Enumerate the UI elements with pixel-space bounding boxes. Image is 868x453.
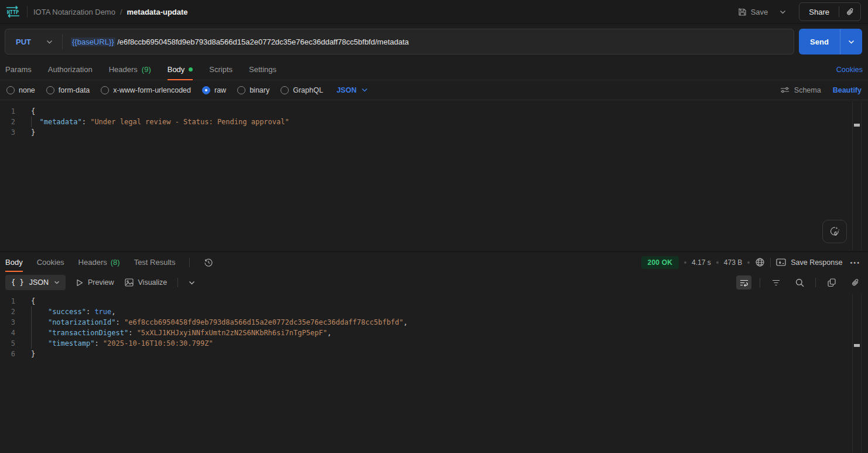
tab-settings[interactable]: Settings bbox=[249, 59, 276, 80]
mode-binary[interactable]: binary bbox=[237, 86, 269, 94]
beautify-button[interactable]: Beautify bbox=[833, 86, 862, 94]
tab-scripts[interactable]: Scripts bbox=[209, 59, 233, 80]
code-line: 3 "notarizationId": "e6f8ccb6950458fd9eb… bbox=[0, 317, 868, 328]
mode-graphql-label: GraphQL bbox=[293, 86, 323, 94]
url-path-text: /e6f8ccb6950458fd9eb793d8a566d15a2e0772d… bbox=[117, 38, 409, 46]
line-number: 2 bbox=[0, 117, 22, 127]
send-button[interactable]: Send bbox=[799, 29, 840, 55]
breadcrumb-collection[interactable]: IOTA Notarization Demo bbox=[33, 8, 115, 16]
code-line: 2 "success": true, bbox=[0, 306, 868, 317]
mode-form-data-label: form-data bbox=[59, 86, 90, 94]
response-tab-headers-count: (8) bbox=[111, 258, 120, 267]
line-number: 1 bbox=[0, 106, 22, 117]
response-time[interactable]: 4.17 s bbox=[692, 258, 711, 267]
radio-graphql[interactable] bbox=[281, 86, 289, 94]
line-number: 6 bbox=[0, 349, 22, 359]
history-icon[interactable] bbox=[204, 252, 213, 273]
request-editor-scroll-thumb[interactable] bbox=[854, 124, 860, 127]
response-size[interactable]: 473 B bbox=[724, 258, 742, 267]
copy-icon[interactable] bbox=[824, 275, 839, 289]
response-tab-cookies[interactable]: Cookies bbox=[37, 252, 64, 273]
raw-language-selector[interactable]: JSON bbox=[337, 86, 368, 94]
code-line: 3} bbox=[0, 127, 868, 138]
indent-guide bbox=[31, 117, 32, 127]
share-button[interactable]: Share bbox=[799, 3, 839, 21]
topbar-actions: Save Share bbox=[733, 2, 861, 21]
image-icon bbox=[125, 278, 134, 287]
meta-separator-dot bbox=[747, 261, 750, 264]
network-globe-icon[interactable] bbox=[755, 257, 765, 267]
schema-button[interactable]: Schema bbox=[780, 86, 821, 94]
postbot-sparkle-icon bbox=[829, 226, 840, 237]
url-variable-chip[interactable]: {{baseURL}} bbox=[71, 38, 115, 46]
save-response-button[interactable]: Save Response bbox=[776, 258, 842, 267]
more-options-icon[interactable]: ••• bbox=[848, 259, 863, 266]
response-toolbar-right bbox=[736, 275, 863, 289]
response-tab-test-results[interactable]: Test Results bbox=[134, 252, 176, 273]
wrap-text-icon[interactable] bbox=[736, 275, 751, 289]
request-url-row: PUT {{baseURL}} /e6f8ccb6950458fd9eb793d… bbox=[0, 24, 868, 59]
response-editor-scrollbar[interactable] bbox=[852, 294, 862, 452]
request-body-code[interactable]: 1{2 "metadata": "Under legal review - St… bbox=[0, 106, 868, 138]
save-response-label: Save Response bbox=[791, 258, 842, 267]
radio-urlencoded[interactable] bbox=[101, 86, 109, 94]
postbot-button[interactable] bbox=[822, 220, 847, 243]
toolbar-divider bbox=[760, 278, 760, 287]
breadcrumb-request-name[interactable]: metadata-update bbox=[127, 8, 188, 16]
save-options-caret[interactable] bbox=[776, 6, 790, 18]
meta-separator-dot bbox=[716, 261, 719, 264]
code-line: 1{ bbox=[0, 296, 868, 306]
send-button-group: Send bbox=[799, 29, 862, 55]
mode-none[interactable]: none bbox=[6, 86, 35, 94]
link-icon[interactable] bbox=[848, 275, 863, 289]
top-bar: HTTP IOTA Notarization Demo / metadata-u… bbox=[0, 0, 868, 24]
radio-binary[interactable] bbox=[237, 86, 245, 94]
filter-icon[interactable] bbox=[768, 275, 784, 289]
response-body-code[interactable]: 1{2 "success": true,3 "notarizationId": … bbox=[0, 296, 868, 359]
preview-button[interactable]: Preview bbox=[76, 278, 114, 287]
response-meta: 200 OK 4.17 s 473 B Save Resp bbox=[641, 252, 863, 273]
method-selector[interactable]: PUT bbox=[5, 38, 62, 46]
mode-urlencoded-label: x-www-form-urlencoded bbox=[113, 86, 191, 94]
mode-form-data[interactable]: form-data bbox=[46, 86, 90, 94]
cookies-link[interactable]: Cookies bbox=[836, 59, 863, 80]
code-line: 1{ bbox=[0, 106, 868, 117]
visualize-button[interactable]: Visualize bbox=[125, 278, 168, 287]
search-icon[interactable] bbox=[792, 275, 807, 289]
response-view-caret[interactable] bbox=[189, 281, 195, 285]
send-options-caret[interactable] bbox=[840, 29, 862, 55]
response-editor-scroll-thumb[interactable] bbox=[854, 344, 860, 347]
save-label: Save bbox=[751, 8, 768, 16]
copy-link-button[interactable] bbox=[839, 3, 860, 21]
http-request-icon: HTTP bbox=[5, 5, 21, 19]
response-tab-cookies-label: Cookies bbox=[37, 258, 64, 267]
url-input[interactable]: {{baseURL}} /e6f8ccb6950458fd9eb793d8a56… bbox=[63, 38, 409, 46]
response-body-editor[interactable]: 1{2 "success": true,3 "notarizationId": … bbox=[0, 292, 868, 453]
line-number: 3 bbox=[0, 317, 22, 328]
save-button[interactable]: Save bbox=[733, 4, 773, 20]
response-format-selector[interactable]: { } JSON bbox=[5, 275, 66, 290]
radio-none[interactable] bbox=[6, 86, 15, 94]
tab-authorization[interactable]: Authorization bbox=[48, 59, 93, 80]
request-body-editor[interactable]: 1{2 "metadata": "Under legal review - St… bbox=[0, 100, 868, 251]
preview-label: Preview bbox=[88, 278, 114, 287]
mode-urlencoded[interactable]: x-www-form-urlencoded bbox=[101, 86, 191, 94]
indent-guide bbox=[31, 328, 32, 338]
tab-params[interactable]: Params bbox=[5, 59, 32, 80]
sliders-icon bbox=[780, 86, 790, 94]
tab-body[interactable]: Body bbox=[168, 59, 193, 80]
request-tabs: Params Authorization Headers (9) Body Sc… bbox=[0, 59, 868, 80]
breadcrumb-separator: / bbox=[120, 8, 122, 16]
code-line: 2 "metadata": "Under legal review - Stat… bbox=[0, 117, 868, 127]
meta-separator-dot bbox=[684, 261, 686, 264]
response-tab-body[interactable]: Body bbox=[5, 252, 23, 273]
response-tab-headers[interactable]: Headers (8) bbox=[78, 252, 120, 273]
request-editor-scrollbar[interactable] bbox=[852, 101, 862, 250]
radio-raw-selected[interactable] bbox=[202, 86, 210, 94]
radio-form-data[interactable] bbox=[46, 86, 54, 94]
status-badge[interactable]: 200 OK bbox=[641, 256, 679, 269]
mode-binary-label: binary bbox=[250, 86, 269, 94]
mode-raw[interactable]: raw bbox=[202, 86, 226, 94]
tab-headers[interactable]: Headers (9) bbox=[109, 59, 151, 80]
mode-graphql[interactable]: GraphQL bbox=[281, 86, 323, 94]
